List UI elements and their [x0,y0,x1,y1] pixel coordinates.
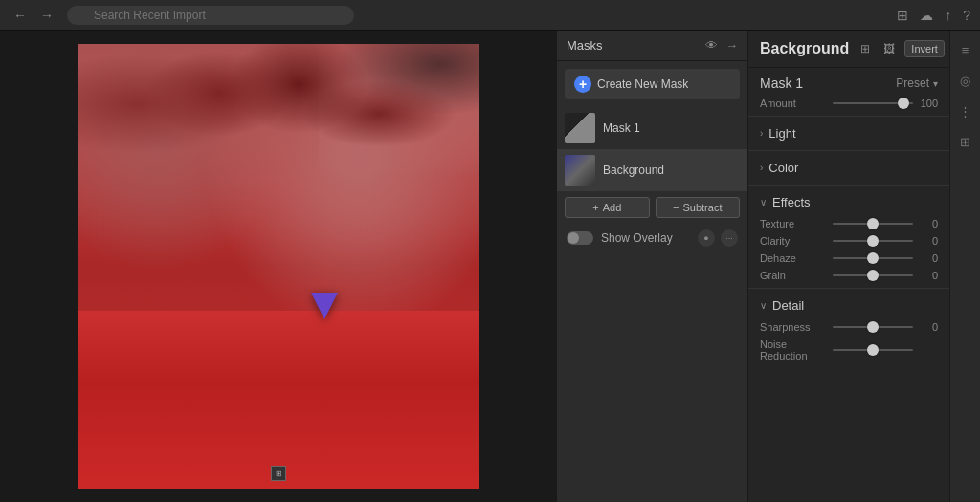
effects-section-title: Effects [772,195,811,209]
subtract-icon: − [673,202,679,213]
filter-icon[interactable]: ⊞ [897,8,908,23]
preset-chevron-icon: ▾ [933,78,938,89]
sharpness-slider[interactable] [833,326,913,328]
overlay-color-button[interactable]: ● [698,229,715,247]
mask-list: Mask 1 Background [557,107,747,191]
panel-icon-2[interactable]: 🖼 [880,40,899,57]
far-right-icon-4[interactable]: ⊞ [954,130,977,153]
nav-buttons: ← → [10,5,57,26]
amount-slider[interactable] [833,102,913,104]
clarity-slider[interactable] [833,240,913,242]
overlay-more-button[interactable]: ··· [721,229,738,247]
sharpness-slider-row: Sharpness 0 [748,318,949,336]
clarity-label: Clarity [760,235,827,247]
create-mask-label: Create New Mask [597,77,688,91]
photo-bg [78,44,479,489]
panel-icon-1[interactable]: ⊞ [857,40,874,57]
detail-section-title: Detail [772,298,804,313]
light-section-header[interactable]: › Light [748,120,949,146]
ground-area [78,311,479,489]
grain-value: 0 [919,270,938,281]
texture-value: 0 [919,218,938,229]
grain-slider-thumb[interactable] [867,270,879,281]
grain-label: Grain [760,270,827,281]
dehaze-slider-thumb[interactable] [867,252,879,264]
dehaze-label: Dehaze [760,252,827,264]
dehaze-slider[interactable] [833,257,913,259]
mask-1-label: Mask 1 [603,121,640,135]
mask-actions: + Add − Subtract [557,191,747,224]
amount-slider-thumb[interactable] [898,98,909,109]
show-overlay-toggle[interactable] [567,231,593,245]
photo-canvas [78,44,479,489]
right-panel: Background ⊞ 🖼 Invert Mask 1 Preset ▾ Am… [748,31,949,502]
light-chevron-icon: › [760,128,763,139]
mask-item-1[interactable]: Mask 1 [557,107,747,149]
color-chevron-icon: › [760,163,763,173]
panel-header: Background ⊞ 🖼 Invert [748,31,949,68]
preset-row[interactable]: Preset ▾ [896,76,938,90]
mask-thumb-1 [565,113,595,143]
dehaze-slider-row: Dehaze 0 [748,250,949,267]
sharpness-slider-thumb[interactable] [867,321,879,333]
preset-label: Preset [896,76,929,90]
grain-slider-row: Grain 0 [748,267,949,284]
clarity-value: 0 [919,235,938,247]
noise-reduction-slider-row: Noise Reduction [748,336,949,364]
add-icon: + [592,202,598,213]
masks-header-icons: 👁 → [705,38,738,53]
amount-slider-row: Amount 100 [748,95,949,112]
export-icon[interactable]: → [725,38,738,53]
show-overlay-row: Show Overlay ● ··· [557,224,747,252]
photo-area: ⊞ [0,31,557,502]
masks-panel: Masks 👁 → + Create New Mask Mask 1 Backg… [557,31,748,502]
search-wrapper: 🔍 [67,6,354,25]
amount-label: Amount [760,98,827,109]
mask-item-background[interactable]: Background [557,149,747,191]
light-section-title: Light [768,126,795,141]
grain-slider[interactable] [833,274,913,276]
far-right-icon-3[interactable]: ⋮ [954,99,977,122]
subtract-button[interactable]: − Subtract [656,197,741,218]
color-section-header[interactable]: › Color [748,155,949,181]
mask-name-row: Mask 1 Preset ▾ [748,68,949,95]
cloud-icon[interactable]: ☁ [920,8,933,23]
texture-slider-row: Texture 0 [748,215,949,232]
far-right-icon-2[interactable]: ◎ [954,69,977,92]
topbar: ← → 🔍 ⊞ ☁ ↑ ? [0,0,980,31]
detail-section-header[interactable]: ∨ Detail [748,293,949,318]
color-section-title: Color [768,161,798,175]
panel-header-icons: ⊞ 🖼 Invert [857,40,945,57]
divider-3 [748,185,949,186]
arrow-indicator [311,293,338,319]
noise-reduction-slider[interactable] [833,349,913,351]
forward-button[interactable]: → [36,5,57,26]
masks-panel-header: Masks 👁 → [557,31,747,61]
plus-icon: + [574,76,591,93]
clarity-slider-row: Clarity 0 [748,232,949,250]
add-button[interactable]: + Add [565,197,650,218]
help-icon[interactable]: ? [963,8,970,23]
eye-icon[interactable]: 👁 [705,38,718,53]
effects-section-header[interactable]: ∨ Effects [748,189,949,215]
background-mask-label: Background [603,164,664,177]
masks-panel-title: Masks [567,38,705,53]
topbar-right-icons: ⊞ ☁ ↑ ? [897,8,970,23]
texture-slider-thumb[interactable] [867,218,879,229]
share-icon[interactable]: ↑ [945,8,951,23]
invert-button[interactable]: Invert [904,40,945,57]
sharpness-label: Sharpness [760,321,827,333]
texture-slider[interactable] [833,223,913,225]
create-new-mask-button[interactable]: + Create New Mask [565,69,740,99]
effects-chevron-icon: ∨ [760,197,767,207]
photo-bottom-icon: ⊞ [271,466,286,481]
divider-2 [748,150,949,151]
panel-title: Background [760,40,849,57]
toggle-knob [568,232,579,244]
clarity-slider-thumb[interactable] [867,235,879,247]
far-right-icon-1[interactable]: ≡ [954,38,977,61]
back-button[interactable]: ← [10,5,31,26]
search-input[interactable] [67,6,354,25]
noise-reduction-slider-thumb[interactable] [867,344,879,356]
main-content: ⊞ Masks 👁 → + Create New Mask Mask 1 Bac [0,31,980,502]
